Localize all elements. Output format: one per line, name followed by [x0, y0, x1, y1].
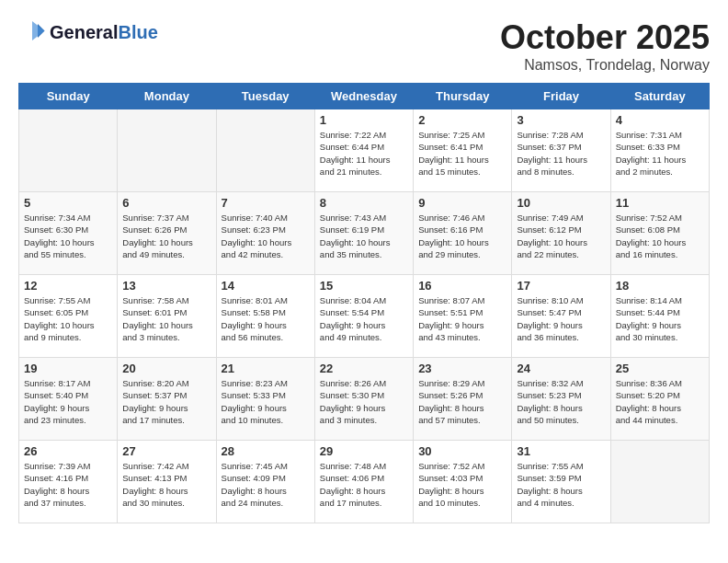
day-number: 26 — [24, 444, 112, 458]
calendar-cell: 7Sunrise: 7:40 AM Sunset: 6:23 PM Daylig… — [216, 192, 314, 275]
day-info: Sunrise: 8:29 AM Sunset: 5:26 PM Dayligh… — [418, 377, 506, 426]
logo-text: GeneralBlue — [50, 22, 158, 43]
calendar-week-row: 19Sunrise: 8:17 AM Sunset: 5:40 PM Dayli… — [19, 358, 710, 441]
day-number: 17 — [517, 279, 605, 293]
day-info: Sunrise: 7:34 AM Sunset: 6:30 PM Dayligh… — [24, 212, 112, 260]
day-number: 13 — [122, 279, 210, 293]
day-number: 16 — [418, 279, 506, 293]
day-info: Sunrise: 8:32 AM Sunset: 5:23 PM Dayligh… — [517, 377, 605, 426]
day-number: 24 — [517, 362, 605, 375]
day-info: Sunrise: 7:58 AM Sunset: 6:01 PM Dayligh… — [122, 294, 210, 343]
calendar-header-row: SundayMondayTuesdayWednesdayThursdayFrid… — [19, 84, 710, 109]
day-info: Sunrise: 8:04 AM Sunset: 5:54 PM Dayligh… — [320, 294, 408, 343]
calendar-week-row: 26Sunrise: 7:39 AM Sunset: 4:16 PM Dayli… — [19, 441, 710, 523]
calendar-cell: 21Sunrise: 8:23 AM Sunset: 5:33 PM Dayli… — [216, 358, 314, 441]
day-number: 18 — [616, 279, 704, 293]
day-number: 12 — [24, 279, 112, 293]
day-number: 29 — [320, 444, 408, 458]
day-number: 1 — [320, 113, 408, 127]
calendar-cell: 13Sunrise: 7:58 AM Sunset: 6:01 PM Dayli… — [118, 275, 216, 358]
day-info: Sunrise: 7:25 AM Sunset: 6:41 PM Dayligh… — [418, 129, 506, 178]
day-info: Sunrise: 8:01 AM Sunset: 5:58 PM Dayligh… — [222, 294, 310, 343]
calendar-cell: 3Sunrise: 7:28 AM Sunset: 6:37 PM Daylig… — [512, 109, 610, 192]
calendar-cell: 22Sunrise: 8:26 AM Sunset: 5:30 PM Dayli… — [314, 358, 413, 441]
calendar-cell — [610, 441, 709, 523]
calendar-cell: 23Sunrise: 8:29 AM Sunset: 5:26 PM Dayli… — [414, 358, 512, 441]
calendar-cell: 5Sunrise: 7:34 AM Sunset: 6:30 PM Daylig… — [19, 192, 118, 275]
day-info: Sunrise: 7:52 AM Sunset: 4:03 PM Dayligh… — [418, 460, 506, 509]
calendar-cell: 6Sunrise: 7:37 AM Sunset: 6:26 PM Daylig… — [118, 192, 216, 275]
calendar-cell: 1Sunrise: 7:22 AM Sunset: 6:44 PM Daylig… — [314, 109, 413, 192]
weekday-header-tuesday: Tuesday — [216, 84, 314, 109]
calendar-week-row: 1Sunrise: 7:22 AM Sunset: 6:44 PM Daylig… — [19, 109, 710, 192]
day-info: Sunrise: 7:43 AM Sunset: 6:19 PM Dayligh… — [320, 212, 408, 260]
calendar-cell — [118, 109, 216, 192]
calendar-week-row: 5Sunrise: 7:34 AM Sunset: 6:30 PM Daylig… — [19, 192, 710, 275]
day-number: 25 — [616, 362, 704, 375]
day-number: 23 — [418, 362, 506, 375]
day-info: Sunrise: 7:37 AM Sunset: 6:26 PM Dayligh… — [122, 212, 210, 260]
weekday-header-thursday: Thursday — [414, 84, 512, 109]
day-info: Sunrise: 8:17 AM Sunset: 5:40 PM Dayligh… — [24, 377, 112, 426]
calendar-cell: 14Sunrise: 8:01 AM Sunset: 5:58 PM Dayli… — [216, 275, 314, 358]
calendar-cell — [19, 109, 118, 192]
calendar-week-row: 12Sunrise: 7:55 AM Sunset: 6:05 PM Dayli… — [19, 275, 710, 358]
day-info: Sunrise: 8:07 AM Sunset: 5:51 PM Dayligh… — [418, 294, 506, 343]
day-info: Sunrise: 8:26 AM Sunset: 5:30 PM Dayligh… — [320, 377, 408, 426]
calendar-cell: 24Sunrise: 8:32 AM Sunset: 5:23 PM Dayli… — [512, 358, 610, 441]
day-number: 21 — [222, 362, 310, 375]
day-info: Sunrise: 7:46 AM Sunset: 6:16 PM Dayligh… — [418, 212, 506, 260]
calendar-cell: 27Sunrise: 7:42 AM Sunset: 4:13 PM Dayli… — [118, 441, 216, 523]
day-info: Sunrise: 8:14 AM Sunset: 5:44 PM Dayligh… — [616, 294, 704, 343]
day-info: Sunrise: 7:40 AM Sunset: 6:23 PM Dayligh… — [222, 212, 310, 260]
day-number: 10 — [517, 196, 605, 210]
weekday-header-sunday: Sunday — [19, 84, 118, 109]
day-number: 9 — [418, 196, 506, 210]
calendar-cell: 10Sunrise: 7:49 AM Sunset: 6:12 PM Dayli… — [512, 192, 610, 275]
day-info: Sunrise: 7:31 AM Sunset: 6:33 PM Dayligh… — [616, 129, 704, 178]
day-info: Sunrise: 8:23 AM Sunset: 5:33 PM Dayligh… — [222, 377, 310, 426]
day-info: Sunrise: 8:10 AM Sunset: 5:47 PM Dayligh… — [517, 294, 605, 343]
calendar-cell: 18Sunrise: 8:14 AM Sunset: 5:44 PM Dayli… — [610, 275, 709, 358]
calendar-cell: 29Sunrise: 7:48 AM Sunset: 4:06 PM Dayli… — [314, 441, 413, 523]
calendar-cell: 25Sunrise: 8:36 AM Sunset: 5:20 PM Dayli… — [610, 358, 709, 441]
day-number: 20 — [122, 362, 210, 375]
calendar-cell: 16Sunrise: 8:07 AM Sunset: 5:51 PM Dayli… — [414, 275, 512, 358]
calendar-cell — [216, 109, 314, 192]
calendar-cell: 12Sunrise: 7:55 AM Sunset: 6:05 PM Dayli… — [19, 275, 118, 358]
day-info: Sunrise: 7:52 AM Sunset: 6:08 PM Dayligh… — [616, 212, 704, 260]
calendar-cell: 30Sunrise: 7:52 AM Sunset: 4:03 PM Dayli… — [414, 441, 512, 523]
day-info: Sunrise: 7:39 AM Sunset: 4:16 PM Dayligh… — [24, 460, 112, 509]
calendar-cell: 17Sunrise: 8:10 AM Sunset: 5:47 PM Dayli… — [512, 275, 610, 358]
weekday-header-monday: Monday — [118, 84, 216, 109]
weekday-header-friday: Friday — [512, 84, 610, 109]
day-info: Sunrise: 7:55 AM Sunset: 3:59 PM Dayligh… — [517, 460, 605, 509]
day-number: 22 — [320, 362, 408, 375]
weekday-header-saturday: Saturday — [610, 84, 709, 109]
day-number: 7 — [222, 196, 310, 210]
day-number: 27 — [122, 444, 210, 458]
location-subtitle: Namsos, Trondelag, Norway — [500, 57, 710, 74]
logo-icon — [18, 18, 46, 46]
day-info: Sunrise: 7:49 AM Sunset: 6:12 PM Dayligh… — [517, 212, 605, 260]
calendar-cell: 2Sunrise: 7:25 AM Sunset: 6:41 PM Daylig… — [414, 109, 512, 192]
day-number: 8 — [320, 196, 408, 210]
calendar-cell: 19Sunrise: 8:17 AM Sunset: 5:40 PM Dayli… — [19, 358, 118, 441]
day-info: Sunrise: 8:20 AM Sunset: 5:37 PM Dayligh… — [122, 377, 210, 426]
calendar-cell: 11Sunrise: 7:52 AM Sunset: 6:08 PM Dayli… — [610, 192, 709, 275]
day-number: 11 — [616, 196, 704, 210]
day-number: 14 — [222, 279, 310, 293]
day-number: 5 — [24, 196, 112, 210]
day-info: Sunrise: 7:48 AM Sunset: 4:06 PM Dayligh… — [320, 460, 408, 509]
day-info: Sunrise: 7:28 AM Sunset: 6:37 PM Dayligh… — [517, 129, 605, 178]
calendar-cell: 4Sunrise: 7:31 AM Sunset: 6:33 PM Daylig… — [610, 109, 709, 192]
calendar-cell: 15Sunrise: 8:04 AM Sunset: 5:54 PM Dayli… — [314, 275, 413, 358]
day-number: 31 — [517, 444, 605, 458]
weekday-header-wednesday: Wednesday — [314, 84, 413, 109]
calendar-cell: 20Sunrise: 8:20 AM Sunset: 5:37 PM Dayli… — [118, 358, 216, 441]
calendar-cell: 28Sunrise: 7:45 AM Sunset: 4:09 PM Dayli… — [216, 441, 314, 523]
calendar-cell: 8Sunrise: 7:43 AM Sunset: 6:19 PM Daylig… — [314, 192, 413, 275]
day-number: 19 — [24, 362, 112, 375]
day-number: 4 — [616, 113, 704, 127]
day-info: Sunrise: 7:55 AM Sunset: 6:05 PM Dayligh… — [24, 294, 112, 343]
